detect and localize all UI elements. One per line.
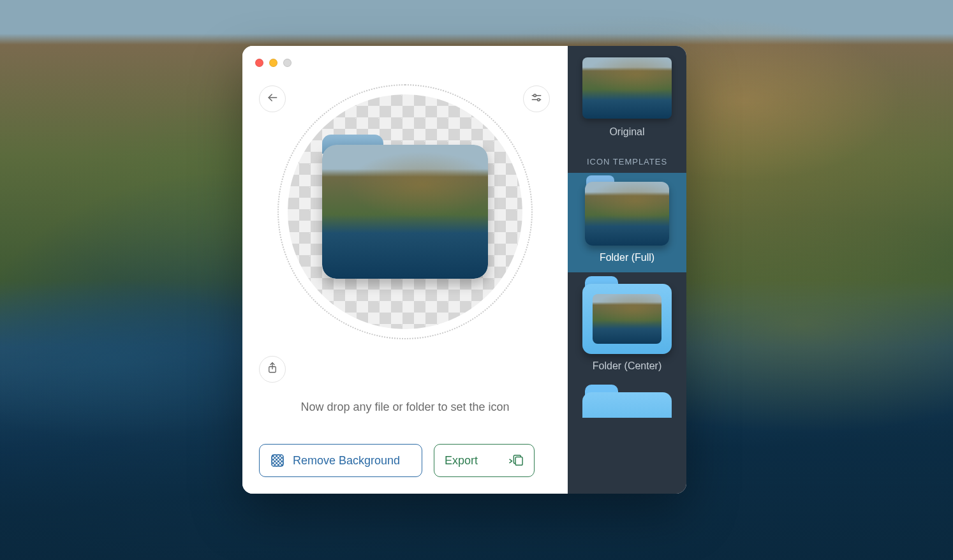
template-label: Folder (Full) bbox=[577, 252, 677, 263]
preview-folder-icon bbox=[322, 145, 488, 279]
svg-point-4 bbox=[538, 99, 540, 101]
template-folder-center[interactable]: Folder (Center) bbox=[568, 272, 686, 381]
share-icon bbox=[267, 362, 278, 377]
template-label: Folder (Center) bbox=[577, 360, 677, 372]
close-window-button[interactable] bbox=[255, 59, 263, 67]
minimize-window-button[interactable] bbox=[269, 59, 277, 67]
template-sidebar: Original ICON TEMPLATES Folder (Full) Fo… bbox=[568, 46, 686, 494]
remove-background-button[interactable]: Remove Background bbox=[259, 444, 422, 477]
original-thumbnail-item[interactable]: Original bbox=[568, 46, 686, 147]
svg-rect-10 bbox=[272, 455, 283, 466]
window-controls bbox=[255, 59, 292, 67]
folder-partial-thumbnail bbox=[582, 392, 672, 418]
folder-center-thumbnail bbox=[582, 284, 672, 354]
template-folder-partial[interactable] bbox=[568, 381, 686, 418]
drop-hint-text: Now drop any file or folder to set the i… bbox=[242, 401, 568, 414]
checker-background-icon bbox=[270, 453, 285, 468]
remove-background-label: Remove Background bbox=[293, 454, 400, 468]
back-arrow-icon bbox=[266, 91, 279, 107]
zoom-window-button[interactable] bbox=[283, 59, 292, 67]
export-stack-icon bbox=[508, 453, 524, 468]
svg-point-2 bbox=[534, 94, 536, 97]
folder-full-thumbnail bbox=[585, 182, 669, 246]
main-panel: Now drop any file or folder to set the i… bbox=[242, 46, 568, 494]
export-label: Export bbox=[445, 454, 478, 468]
original-label: Original bbox=[577, 126, 677, 138]
icon-preview-dropzone[interactable] bbox=[277, 84, 533, 339]
templates-section-header: ICON TEMPLATES bbox=[568, 147, 686, 173]
export-button[interactable]: Export bbox=[434, 444, 535, 477]
template-folder-full[interactable]: Folder (Full) bbox=[568, 173, 686, 272]
app-window: Now drop any file or folder to set the i… bbox=[242, 46, 686, 494]
original-thumbnail bbox=[582, 57, 672, 119]
svg-rect-12 bbox=[515, 457, 522, 466]
action-buttons-row: Remove Background Export bbox=[259, 444, 550, 477]
share-button[interactable] bbox=[259, 356, 286, 383]
desktop-wallpaper: Now drop any file or folder to set the i… bbox=[0, 0, 953, 560]
